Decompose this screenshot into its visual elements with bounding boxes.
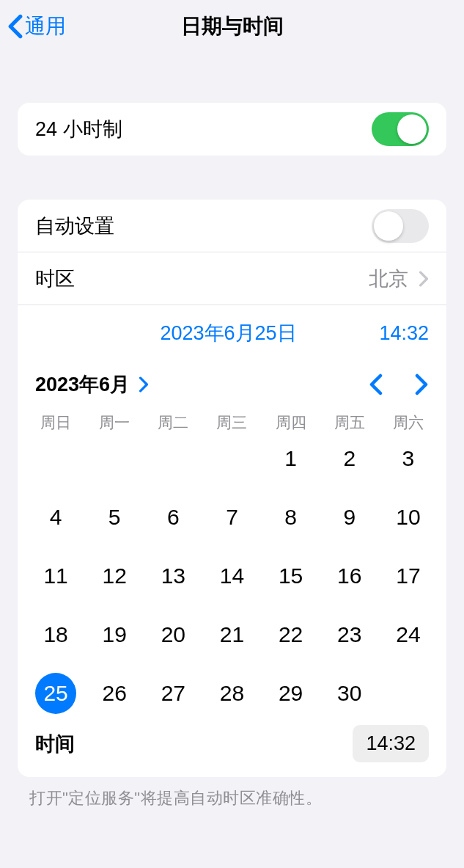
calendar-day: 27 (152, 673, 194, 714)
calendar-cell[interactable]: 18 (26, 612, 85, 657)
calendar-day: 25 (35, 673, 76, 714)
chevron-right-icon (139, 376, 149, 393)
calendar-cell[interactable]: 27 (144, 671, 202, 716)
calendar-cell[interactable]: 5 (85, 495, 144, 540)
switch-knob (397, 114, 427, 144)
calendar-cell[interactable]: 20 (144, 612, 202, 657)
calendar-day: 24 (388, 614, 429, 655)
calendar-cell[interactable]: 11 (26, 553, 85, 599)
date-display[interactable]: 2023年6月25日 (35, 320, 348, 346)
weekday-label: 周三 (202, 412, 261, 433)
next-month-button[interactable] (414, 373, 429, 395)
timezone-label: 时区 (35, 266, 369, 292)
page-title: 日期与时间 (0, 12, 464, 40)
calendar-day: 17 (388, 555, 429, 597)
calendar-cell[interactable]: 29 (262, 671, 320, 716)
calendar-day: 15 (270, 555, 312, 597)
calendar-day: 2 (329, 438, 370, 479)
calendar-header: 2023年6月 (18, 354, 446, 405)
timezone-value: 北京 (369, 266, 408, 292)
calendar-cell[interactable]: 30 (320, 671, 379, 716)
calendar-cell[interactable]: 28 (202, 671, 261, 716)
calendar-day: 10 (388, 497, 429, 538)
calendar-day: 26 (94, 673, 135, 714)
weekday-label: 周五 (320, 412, 379, 433)
calendar-nav (369, 373, 429, 395)
calendar-cell[interactable]: 1 (262, 436, 320, 481)
calendar-cell[interactable]: 25 (26, 671, 85, 716)
calendar-day: 12 (94, 555, 135, 597)
calendar-grid: 1234567891011121314151617181920212223242… (18, 436, 446, 722)
calendar-day: 14 (211, 555, 252, 597)
calendar-cell[interactable]: 16 (320, 553, 379, 599)
twenty-four-hour-switch[interactable] (372, 112, 429, 146)
calendar-day: 5 (94, 497, 135, 538)
month-label: 2023年6月 (35, 371, 130, 398)
calendar-day: 18 (35, 614, 76, 655)
time-picker-button[interactable]: 14:32 (353, 725, 429, 762)
calendar-cell[interactable]: 22 (262, 612, 320, 657)
back-label: 通用 (25, 12, 66, 40)
chevron-left-icon (7, 14, 23, 39)
calendar-cell[interactable]: 21 (202, 612, 261, 657)
prev-month-button[interactable] (369, 373, 383, 395)
calendar-cell[interactable]: 24 (379, 612, 438, 657)
calendar-day: 19 (94, 614, 135, 655)
weekday-header: 周日周一周二周三周四周五周六 (18, 405, 446, 436)
calendar-day: 30 (329, 673, 370, 714)
switch-knob (374, 211, 403, 241)
calendar-day: 4 (35, 497, 76, 538)
calendar-day: 22 (270, 614, 312, 655)
auto-set-label: 自动设置 (35, 213, 372, 239)
weekday-label: 周日 (26, 412, 85, 433)
calendar-day: 7 (211, 497, 252, 538)
calendar-empty-cell (144, 436, 202, 481)
calendar-cell[interactable]: 19 (85, 612, 144, 657)
calendar-empty-cell (26, 436, 85, 481)
calendar-cell[interactable]: 4 (26, 495, 85, 540)
back-button[interactable]: 通用 (7, 12, 66, 40)
calendar-day: 1 (270, 438, 312, 479)
calendar-cell[interactable]: 6 (144, 495, 202, 540)
datetime-display-row: 2023年6月25日 14:32 (18, 305, 446, 354)
calendar-day: 23 (329, 614, 370, 655)
calendar-cell[interactable]: 13 (144, 553, 202, 599)
calendar-day: 28 (211, 673, 252, 714)
calendar-cell[interactable]: 9 (320, 495, 379, 540)
weekday-label: 周二 (144, 412, 202, 433)
calendar-cell[interactable]: 14 (202, 553, 261, 599)
calendar-cell[interactable]: 26 (85, 671, 144, 716)
settings-group-1: 24 小时制 (18, 103, 446, 156)
calendar-cell[interactable]: 3 (379, 436, 438, 481)
auto-set-row: 自动设置 (18, 200, 446, 252)
navigation-bar: 通用 日期与时间 (0, 0, 464, 53)
time-label: 时间 (35, 731, 353, 757)
footer-hint: 打开"定位服务"将提高自动时区准确性。 (29, 787, 435, 809)
calendar-cell[interactable]: 10 (379, 495, 438, 540)
weekday-label: 周一 (85, 412, 144, 433)
time-display[interactable]: 14:32 (348, 322, 429, 345)
calendar-empty-cell (85, 436, 144, 481)
calendar-day: 8 (270, 497, 312, 538)
calendar-empty-cell (202, 436, 261, 481)
calendar-cell[interactable]: 7 (202, 495, 261, 540)
calendar-day: 13 (152, 555, 194, 597)
twenty-four-hour-label: 24 小时制 (35, 116, 372, 142)
calendar-day: 16 (329, 555, 370, 597)
calendar-cell[interactable]: 2 (320, 436, 379, 481)
calendar-day: 6 (152, 497, 194, 538)
settings-group-2: 自动设置 时区 北京 2023年6月25日 14:32 2023年6月 (18, 200, 446, 777)
auto-set-switch[interactable] (372, 209, 429, 243)
calendar-day: 20 (152, 614, 194, 655)
calendar-cell[interactable]: 8 (262, 495, 320, 540)
calendar-cell[interactable]: 23 (320, 612, 379, 657)
calendar-day: 21 (211, 614, 252, 655)
weekday-label: 周四 (262, 412, 320, 433)
calendar-cell[interactable]: 17 (379, 553, 438, 599)
chevron-right-icon (419, 271, 429, 287)
month-button[interactable]: 2023年6月 (35, 371, 149, 398)
timezone-row[interactable]: 时区 北京 (18, 252, 446, 305)
calendar-cell[interactable]: 15 (262, 553, 320, 599)
weekday-label: 周六 (379, 412, 438, 433)
calendar-cell[interactable]: 12 (85, 553, 144, 599)
